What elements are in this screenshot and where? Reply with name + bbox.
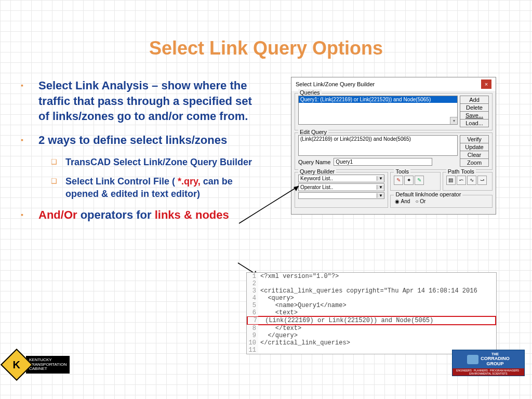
bullet-list: ▪ Select Link Analysis – show where the … [21,78,265,231]
path-tool-icon[interactable]: ▤ [446,176,456,185]
xml-code-panel: 1<?xml version="1.0"?> 2 3<critical_link… [246,272,497,354]
clear-button[interactable]: Clear [460,151,489,159]
path-tool-icon[interactable]: ∿ [467,176,476,185]
empty-combo[interactable]: ▼ [298,192,384,199]
add-button[interactable]: Add [460,96,489,104]
edit-query-textarea[interactable]: (Link(222169) or Link(221520)) and Node(… [298,135,458,156]
chevron-down-icon: ▼ [377,185,384,190]
queries-label: Queries [298,89,322,96]
queries-listbox[interactable]: Query1: (Link(222169) or Link(221520)) a… [298,96,458,125]
highlighted-query-line: 7 (Link(222169) or Link(221520)) and Nod… [247,316,496,325]
path-tool-icon[interactable]: ⤻ [477,176,487,185]
load-button[interactable]: Load... [460,119,489,127]
scroll-down-icon[interactable]: ▾ [450,117,457,124]
corradino-logo: THE CORRADINO GROUP ENGINEERS · PLANNERS… [452,350,525,376]
bullet-2: 2 ways to define select links/zones [38,132,227,148]
delete-button[interactable]: Delete [460,103,489,112]
or-radio[interactable]: ○ Or [415,198,425,204]
query-builder-dialog: Select Link/Zone Query Builder × Queries… [291,77,496,215]
bullet-1: Select Link Analysis – show where the tr… [38,78,265,124]
verify-button[interactable]: Verify [460,135,489,143]
tools-label: Tools [394,168,410,175]
bullet-marker: ▪ [21,78,38,124]
chevron-down-icon: ▼ [377,193,384,198]
path-tools-label: Path Tools [446,168,476,175]
bullet-marker: ▪ [21,132,38,148]
chevron-down-icon: ▼ [377,176,384,181]
tool-icon[interactable]: ✦ [404,176,414,185]
bullet-3: And/Or operators for links & nodes [38,207,229,223]
query-item-selected[interactable]: Query1: (Link(222169) or Link(221520)) a… [299,96,457,103]
update-button[interactable]: Update [460,143,489,151]
bullet-2a: TransCAD Select Link/Zone Query Builder [65,156,252,168]
edit-query-label: Edit Query [298,129,328,135]
zoom-button[interactable]: Zoom [460,158,489,167]
tool-icon[interactable]: ✎ [394,176,403,185]
query-name-label: Query Name [298,159,330,165]
sub-bullet-marker: ❑ [51,156,65,168]
operator-list-combo[interactable]: Operator List..▼ [298,183,384,191]
save-button[interactable]: Save... [460,111,489,119]
default-operator-label: Default link/node operator [394,191,462,197]
query-name-input[interactable]: Query1 [334,158,432,166]
close-button[interactable]: × [481,79,491,89]
tool-icon[interactable]: ✎ [415,176,424,185]
globe-icon [467,355,478,364]
path-tool-icon[interactable]: ⤺ [457,176,466,185]
keyword-list-combo[interactable]: Keyword List..▼ [298,175,384,182]
sub-bullet-marker: ❑ [51,176,65,200]
bullet-2b: Select Link Control File ( *.qry, can be… [65,176,265,200]
and-radio[interactable]: ◉ And [395,198,410,204]
dialog-title: Select Link/Zone Query Builder [296,81,375,87]
query-builder-label: Query Builder [298,168,336,175]
bullet-marker: ▪ [21,207,38,223]
kentucky-logo: K KENTUCKY TRANSPORTATION CABINET [5,353,70,376]
slide-title: Select Link Query Options [0,0,532,59]
